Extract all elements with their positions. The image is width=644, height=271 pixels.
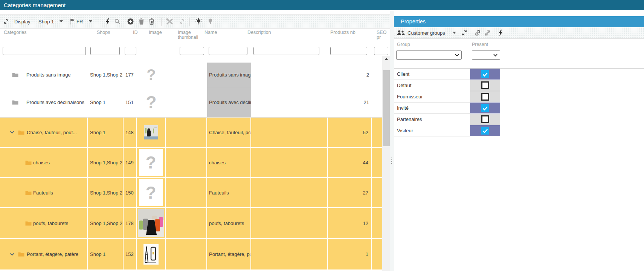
group-row[interactable]: Défaut xyxy=(394,80,500,91)
delete-button[interactable] xyxy=(139,18,144,25)
name-cell[interactable]: poufs, tabourets xyxy=(207,208,251,238)
seo-cell[interactable] xyxy=(372,87,382,117)
filter-categories-input[interactable] xyxy=(3,47,86,55)
add-category-button[interactable] xyxy=(127,18,134,25)
shop-selector-arrow[interactable] xyxy=(60,20,63,23)
description-cell[interactable] xyxy=(251,63,328,87)
present-checkbox[interactable] xyxy=(481,115,489,123)
seo-cell[interactable] xyxy=(372,148,382,177)
filter-image-thumbnail-input[interactable] xyxy=(180,47,204,55)
name-cell[interactable]: Fauteuils xyxy=(207,178,251,207)
column-header-categories[interactable]: Categories xyxy=(4,30,26,35)
column-header-description[interactable]: Description xyxy=(247,30,271,35)
expand-collapse-icon[interactable] xyxy=(10,253,14,256)
group-filter-select[interactable] xyxy=(396,51,462,60)
present-checkbox[interactable] xyxy=(481,104,489,112)
properties-mode-arrow[interactable] xyxy=(453,32,456,34)
search-button[interactable] xyxy=(114,18,121,25)
properties-quick-actions-button[interactable] xyxy=(498,30,503,36)
column-header-id[interactable]: ID xyxy=(133,30,138,35)
filter-seo-input[interactable] xyxy=(374,47,388,55)
expand-collapse-icon[interactable] xyxy=(10,131,14,134)
vertical-scrollbar[interactable] xyxy=(382,56,390,271)
language-selector-arrow[interactable] xyxy=(89,20,92,23)
unlink-button[interactable] xyxy=(484,30,491,36)
properties-refresh-button[interactable] xyxy=(461,29,468,36)
image-cell[interactable]: ? xyxy=(137,178,166,207)
filter-products-nb-input[interactable] xyxy=(330,47,367,55)
image-thumbnail-cell[interactable] xyxy=(166,178,207,207)
image-thumbnail-cell[interactable] xyxy=(166,208,207,238)
description-cell[interactable] xyxy=(251,239,328,269)
refresh-button[interactable] xyxy=(3,18,9,25)
image-cell[interactable]: ? xyxy=(137,63,166,87)
present-cell[interactable] xyxy=(470,69,500,80)
image-cell[interactable] xyxy=(137,239,166,269)
table-row[interactable]: poufs, tabourets Shop 1,Shop 2 178 poufs… xyxy=(0,208,382,239)
present-checkbox[interactable] xyxy=(481,81,489,89)
column-header-products-nb[interactable]: Products nb xyxy=(330,30,356,35)
scroll-up-arrow[interactable] xyxy=(385,58,388,60)
present-cell[interactable] xyxy=(470,125,500,136)
name-cell[interactable]: Portant, étagère, patère xyxy=(207,239,251,269)
language-selector[interactable]: FR xyxy=(76,19,83,24)
present-checkbox[interactable] xyxy=(481,70,489,78)
description-cell[interactable] xyxy=(251,87,328,117)
table-row[interactable]: Chaise, fauteuil, pouf... Shop 1 148 Cha… xyxy=(0,118,382,148)
table-row[interactable]: Produits sans image Shop 1,Shop 2 177 ? … xyxy=(0,63,382,87)
group-row[interactable]: Visiteur xyxy=(394,125,500,136)
group-row[interactable]: Partenaires xyxy=(394,114,500,125)
column-header-image-thumbnail[interactable]: Image thumbnail xyxy=(178,30,204,40)
seo-cell[interactable] xyxy=(372,239,382,269)
column-header-name[interactable]: Name xyxy=(204,30,217,35)
image-thumbnail-cell[interactable] xyxy=(166,87,207,117)
present-checkbox[interactable] xyxy=(481,127,489,135)
image-cell[interactable]: ? xyxy=(137,148,166,177)
filter-id-input[interactable] xyxy=(125,47,136,55)
description-cell[interactable] xyxy=(251,148,328,177)
seo-cell[interactable] xyxy=(372,63,382,87)
group-row[interactable]: Client xyxy=(394,69,500,80)
image-thumbnail-cell[interactable] xyxy=(166,148,207,177)
name-cell[interactable]: chaises xyxy=(207,148,251,177)
present-cell[interactable] xyxy=(470,103,500,114)
image-cell[interactable]: ? xyxy=(137,87,166,117)
tips-on-button[interactable] xyxy=(195,18,202,25)
tips-off-button[interactable] xyxy=(208,18,213,25)
table-row[interactable]: Fauteuils Shop 1,Shop 2 150 ? Fauteuils … xyxy=(0,178,382,208)
seo-cell[interactable] xyxy=(372,178,382,207)
image-thumbnail-cell[interactable] xyxy=(166,118,207,147)
filter-name-input[interactable] xyxy=(209,47,247,55)
present-filter-select[interactable] xyxy=(472,51,500,60)
column-header-seo[interactable]: SEO pr xyxy=(377,30,390,40)
present-checkbox[interactable] xyxy=(481,93,489,101)
description-cell[interactable] xyxy=(251,208,328,238)
table-row[interactable]: Produits avec déclinaisons Shop 1 151 ? … xyxy=(0,87,382,118)
table-row[interactable]: chaises Shop 1,Shop 2 149 ? chaises 44 xyxy=(0,148,382,178)
column-header-shops[interactable]: Shops xyxy=(97,30,110,35)
image-thumbnail-cell[interactable] xyxy=(166,239,207,269)
name-cell[interactable]: Produits sans image xyxy=(207,63,251,87)
panel-splitter-handle[interactable] xyxy=(391,158,392,164)
shop-selector[interactable]: Shop 1 xyxy=(38,19,54,24)
group-row[interactable]: Fournisseur xyxy=(394,91,500,103)
present-cell[interactable] xyxy=(470,80,500,91)
present-cell[interactable] xyxy=(470,91,500,103)
name-cell[interactable]: Produits avec déclinaisons xyxy=(207,87,251,117)
name-cell[interactable]: Chaise, fauteuil, pouf xyxy=(207,118,251,147)
present-cell[interactable] xyxy=(470,114,500,125)
scrollbar-thumb[interactable] xyxy=(383,70,390,146)
column-header-image[interactable]: Image xyxy=(149,30,162,35)
link-button[interactable] xyxy=(475,30,481,36)
refresh-disabled-button[interactable] xyxy=(179,18,185,25)
group-row[interactable]: Invité xyxy=(394,103,500,114)
seo-cell[interactable] xyxy=(372,208,382,238)
image-cell[interactable] xyxy=(137,118,166,147)
image-cell[interactable] xyxy=(137,208,166,238)
quick-actions-button[interactable] xyxy=(105,18,110,25)
filter-description-input[interactable] xyxy=(253,47,319,55)
description-cell[interactable] xyxy=(251,118,328,147)
tools-button[interactable] xyxy=(166,18,173,25)
table-row[interactable]: Portant, étagère, patère Shop 1 152 Port… xyxy=(0,239,382,270)
description-cell[interactable] xyxy=(251,178,328,207)
